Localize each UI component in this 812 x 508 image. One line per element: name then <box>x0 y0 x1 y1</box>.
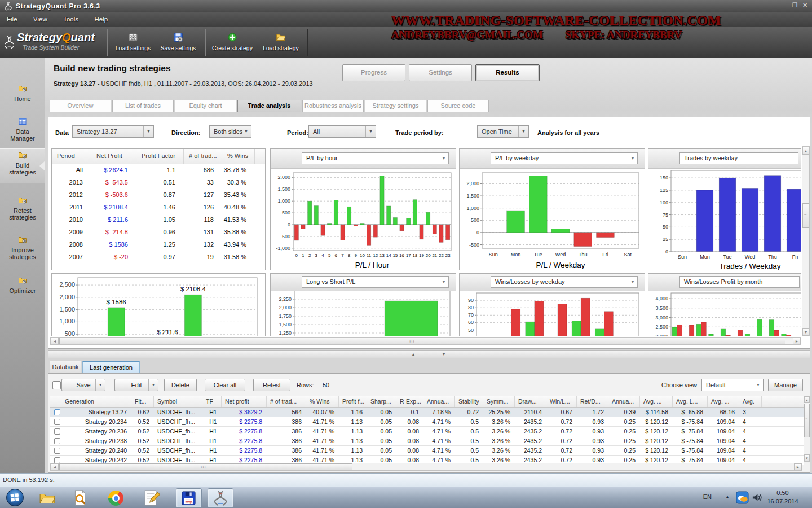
period-dropdown[interactable]: All▼ <box>308 125 376 138</box>
period-row[interactable]: All$ 2624.11.168638.78 % <box>52 164 265 177</box>
column-header[interactable]: Draw... <box>515 396 546 407</box>
create-strategy-button[interactable]: Create strategy <box>210 32 255 51</box>
search-taskbar-icon[interactable] <box>68 488 92 507</box>
view-dropdown[interactable]: Default▼ <box>701 379 764 391</box>
chart-type-dropdown[interactable]: Wins/Losses by weekday▼ <box>491 276 638 288</box>
column-header[interactable]: % Wins <box>222 149 255 164</box>
column-header[interactable]: # of trad... <box>267 396 306 407</box>
menu-help[interactable]: Help <box>87 12 114 23</box>
column-header[interactable]: Profit Factor <box>136 149 184 164</box>
tab-robustness-analysis[interactable]: Robustness analysis <box>302 100 364 112</box>
column-header[interactable]: Symbol <box>154 396 202 407</box>
progress-view-button[interactable]: Progress <box>342 64 405 81</box>
databank-vertical-scrollbar[interactable]: ▲ ≡ ▼ <box>804 396 810 462</box>
minimize-button[interactable]: — <box>780 2 789 8</box>
period-row[interactable]: 2007$ -200.971931.58 % <box>52 251 265 264</box>
trade-period-dropdown[interactable]: Open Time▼ <box>477 125 529 138</box>
tab-trade-analysis[interactable]: Trade analysis <box>237 100 301 112</box>
weather-tray-icon[interactable] <box>736 491 749 504</box>
column-header[interactable]: Profit f... <box>339 396 367 407</box>
charts-vertical-scrollbar[interactable]: ▲ ≡ ▼ <box>802 146 810 336</box>
period-row[interactable]: 2009$ -214.80.9613135.88 % <box>52 226 265 239</box>
strategy-row[interactable]: Strategy 20.2380.52USDCHF_fh...H1$ 2275.… <box>50 436 804 446</box>
tab-databank[interactable]: Databank <box>50 361 81 373</box>
scroll-right-icon[interactable]: ► <box>793 338 801 344</box>
chart-type-dropdown[interactable]: Long vs Short P/L▼ <box>302 276 449 288</box>
column-header[interactable]: Net Profit <box>91 149 136 164</box>
direction-dropdown[interactable]: Both sides▼ <box>209 125 251 138</box>
tab-overview[interactable]: Overview <box>50 100 111 112</box>
sidebar-item-retest-strategies[interactable]: Retest strategies <box>0 194 45 227</box>
period-row[interactable]: 2013$ -543.50.513330.3 % <box>52 177 265 189</box>
data-strategy-dropdown[interactable]: Strategy 13.27▼ <box>72 125 154 138</box>
column-header[interactable]: Avg. <box>739 396 762 407</box>
column-header[interactable]: Avg. L... <box>673 396 708 407</box>
menu-view[interactable]: View <box>27 12 54 23</box>
tab-last-generation[interactable]: Last generation <box>82 361 140 373</box>
floppy-app-taskbar-icon[interactable]: 64 <box>176 488 202 508</box>
column-header[interactable]: Symm... <box>483 396 515 407</box>
clock[interactable]: 0:50 16.07.2014 <box>761 489 804 506</box>
scroll-left-icon[interactable]: ◄ <box>51 338 59 344</box>
strategy-row[interactable]: Strategy 20.2400.52USDCHF_fh...H1$ 2275.… <box>50 446 804 456</box>
column-header[interactable]: Ret/D... <box>577 396 608 407</box>
scrollbar-thumb[interactable]: ≡ <box>802 203 809 228</box>
column-header[interactable]: Period <box>52 149 91 164</box>
charts-horizontal-scrollbar[interactable]: ◄ ⁞⁞⁞ ► <box>50 337 801 345</box>
scroll-left-icon[interactable]: ◄ <box>51 463 59 470</box>
column-header[interactable]: Avg. ... <box>708 396 739 407</box>
column-header[interactable]: % Wins <box>306 396 339 407</box>
scrollbar-thumb[interactable]: ≡ <box>804 404 810 437</box>
row-checkbox[interactable] <box>54 428 60 435</box>
load-strategy-button[interactable]: Load strategy <box>258 32 303 51</box>
scrollbar-thumb[interactable]: ⁞⁞⁞ <box>59 338 785 344</box>
period-row[interactable]: 2008$ 15861.2513243.94 % <box>52 239 265 251</box>
delete-button[interactable]: Delete <box>164 379 197 391</box>
row-checkbox[interactable] <box>54 419 60 425</box>
sidebar-item-data-manager[interactable]: Data Manager <box>0 115 45 148</box>
strategyquant-app-taskbar-icon[interactable] <box>208 488 233 508</box>
column-header[interactable]: Generation <box>61 396 131 407</box>
strategy-row[interactable]: Strategy 13.270.62USDCHF_fh...H1$ 3629.2… <box>50 408 804 417</box>
load-settings-button[interactable]: Load settings <box>111 32 156 51</box>
start-button[interactable] <box>6 488 24 507</box>
period-row[interactable]: 2011$ 2108.41.4612640.48 % <box>52 202 265 214</box>
column-header[interactable]: # of trad... <box>184 149 222 164</box>
close-button[interactable]: ✕ <box>800 2 810 9</box>
settings-view-button[interactable]: Settings <box>409 64 472 81</box>
select-all-checkbox[interactable] <box>52 381 61 389</box>
chart-type-dropdown[interactable]: P/L by hour▼ <box>302 152 449 164</box>
tab-equity-chart[interactable]: Equity chart <box>175 100 236 112</box>
clear-all-button[interactable]: Clear all <box>205 379 245 391</box>
scroll-up-icon[interactable]: ▲ <box>804 396 810 403</box>
column-header[interactable]: Annua... <box>608 396 640 407</box>
sidebar-item-improve-strategies[interactable]: Improve strategies <box>0 233 45 267</box>
language-indicator[interactable]: EN <box>703 493 712 500</box>
explorer-taskbar-icon[interactable] <box>35 488 60 507</box>
scroll-up-icon[interactable]: ▲ <box>802 147 809 155</box>
retest-button[interactable]: Retest <box>253 379 290 391</box>
strategy-row[interactable]: Strategy 20.2360.52USDCHF_fh...H1$ 2275.… <box>50 427 804 436</box>
column-header[interactable]: TF <box>202 396 222 407</box>
manage-button[interactable]: Manage <box>768 379 803 391</box>
tab-list-of-trades[interactable]: List of trades <box>112 100 174 112</box>
panel-splitter[interactable]: ▲ · · · · ▼ <box>48 350 810 358</box>
results-view-button[interactable]: Results <box>475 64 540 81</box>
strategy-row[interactable]: Strategy 20.2340.52USDCHF_fh...H1$ 2275.… <box>50 417 804 427</box>
chart-type-dropdown[interactable]: P/L by weekday▼ <box>491 152 638 164</box>
scroll-down-icon[interactable]: ▼ <box>802 328 809 336</box>
row-checkbox[interactable] <box>54 409 60 415</box>
tray-expand-icon[interactable]: ▲ <box>725 494 730 500</box>
sidebar-item-home[interactable]: Home <box>0 82 45 109</box>
menu-file[interactable]: File <box>0 12 24 23</box>
row-checkbox[interactable] <box>54 448 60 454</box>
column-header[interactable]: Annua... <box>423 396 455 407</box>
sidebar-item-build-strategies[interactable]: Build strategies <box>0 148 45 183</box>
tab-source-code[interactable]: Source code <box>427 100 489 112</box>
column-header[interactable]: Sharp... <box>367 396 396 407</box>
chrome-taskbar-icon[interactable] <box>104 488 129 507</box>
save-button[interactable]: Save▼ <box>61 379 105 391</box>
period-row[interactable]: 2010$ 211.61.0511841.53 % <box>52 214 265 226</box>
menu-tools[interactable]: Tools <box>56 12 85 23</box>
chevron-down-icon[interactable]: ▼ <box>148 379 158 391</box>
